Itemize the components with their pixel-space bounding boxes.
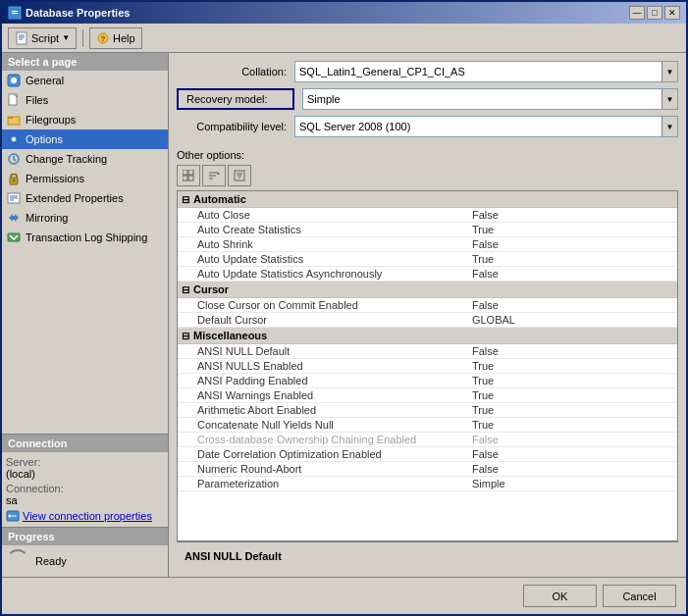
svg-text:?: ? [101,34,106,43]
collation-row: Collation: SQL_Latin1_General_CP1_CI_AS … [177,61,678,82]
option-row[interactable]: Close Cursor on Commit EnabledFalse [178,298,677,313]
sidebar-item-extended-properties[interactable]: Extended Properties [2,188,168,208]
option-row[interactable]: ParameterizationSimple [178,477,677,491]
transaction-log-shipping-icon [6,230,22,245]
ok-button[interactable]: OK [523,585,597,607]
recovery-model-select[interactable]: Simple ▼ [302,88,678,110]
view-connection-icon [6,509,20,523]
option-row[interactable]: Auto Update StatisticsTrue [178,252,677,267]
files-icon [6,92,22,108]
svg-rect-30 [188,176,193,180]
other-options-label: Other options: [177,149,678,161]
sidebar-item-change-tracking[interactable]: Change Tracking [2,149,168,169]
progress-spinner [6,549,29,573]
option-row[interactable]: Auto ShrinkFalse [178,237,677,252]
svg-rect-2 [12,13,18,14]
option-row[interactable]: ANSI NULLS EnabledTrue [178,359,677,374]
sidebar-item-options[interactable]: Options [2,129,168,149]
option-row[interactable]: Auto Update Statistics AsynchronouslyFal… [178,267,677,282]
script-dropdown-arrow: ▼ [62,33,70,42]
option-row[interactable]: Arithmetic Abort EnabledTrue [178,403,677,418]
sidebar-item-mirroring[interactable]: Mirroring [2,208,168,228]
content-panel: Collation: SQL_Latin1_General_CP1_CI_AS … [169,53,686,577]
help-button[interactable]: ? Help [89,27,142,49]
option-row[interactable]: ANSI Warnings EnabledTrue [178,388,677,403]
filegroups-icon [6,112,22,128]
window-title: Database Properties [26,7,130,19]
options-filter-button[interactable] [228,165,251,186]
svg-rect-3 [17,32,26,44]
option-row[interactable]: ANSI NULL DefaultFalse [178,344,677,359]
group-collapse-icon[interactable]: ⊟ [182,194,189,205]
sidebar-item-permissions[interactable]: Permissions [2,169,168,188]
option-row[interactable]: Numeric Round-AbortFalse [178,462,677,477]
option-row[interactable]: Auto Create StatisticsTrue [178,223,677,237]
group-header-automatic: ⊟Automatic [178,191,677,208]
option-row[interactable]: Default CursorGLOBAL [178,313,677,328]
collation-select[interactable]: SQL_Latin1_General_CP1_CI_AS ▼ [294,61,678,82]
help-label: Help [113,32,135,44]
collation-label: Collation: [177,66,294,77]
svg-rect-29 [183,176,187,180]
svg-rect-28 [188,170,193,175]
group-collapse-icon[interactable]: ⊟ [182,331,189,341]
sidebar-items: General Files [2,71,168,434]
server-label: Server: [6,456,164,468]
help-icon: ? [96,31,110,45]
option-row[interactable]: Concatenate Null Yields NullTrue [178,418,677,433]
script-button[interactable]: Script ▼ [8,27,77,49]
filter-icon [234,170,245,181]
script-label: Script [31,32,59,44]
window-icon [8,6,22,20]
sidebar-item-general-label: General [26,75,64,86]
mirroring-icon [6,210,22,226]
cancel-button[interactable]: Cancel [603,585,676,607]
footer: OK Cancel [2,577,686,614]
options-table[interactable]: ⊟AutomaticAuto CloseFalseAuto Create Sta… [177,190,678,541]
sidebar-item-filegroups[interactable]: Filegroups [2,110,168,129]
script-icon [15,31,28,45]
group-collapse-icon[interactable]: ⊟ [182,284,189,295]
option-row[interactable]: Auto CloseFalse [178,208,677,223]
view-connection-link-text: View connection properties [23,510,152,522]
sidebar-item-change-tracking-label: Change Tracking [26,153,107,165]
collation-dropdown-arrow[interactable]: ▼ [662,62,677,81]
sidebar: Select a page General [2,53,169,577]
general-icon [6,73,22,88]
options-grid-button[interactable] [177,165,200,186]
minimize-button[interactable]: — [629,6,645,20]
sidebar-item-options-label: Options [26,133,63,145]
sidebar-item-general[interactable]: General [2,71,168,90]
recovery-model-row: Recovery model: Simple ▼ [177,88,678,110]
recovery-model-dropdown-arrow[interactable]: ▼ [662,89,677,109]
svg-rect-27 [183,170,187,175]
connection-header: Connection [2,435,168,452]
connection-section: Connection Server: (local) Connection: s… [2,434,168,527]
option-row[interactable]: ANSI Padding EnabledTrue [178,374,677,388]
option-row[interactable]: Date Correlation Optimization EnabledFal… [178,447,677,462]
collation-value: SQL_Latin1_General_CP1_CI_AS [299,66,465,77]
svg-rect-1 [12,11,18,12]
svg-point-10 [11,77,17,83]
compatibility-dropdown-arrow[interactable]: ▼ [662,117,677,136]
sidebar-item-extended-properties-label: Extended Properties [26,192,124,204]
compatibility-select[interactable]: SQL Server 2008 (100) ▼ [294,116,678,137]
svg-rect-13 [8,117,13,119]
progress-status: Ready [35,555,67,567]
server-value: (local) [6,468,164,480]
progress-header: Progress [2,528,168,545]
extended-properties-icon [6,190,22,206]
options-toolbar [177,165,678,186]
sidebar-item-files[interactable]: Files [2,90,168,110]
sidebar-header: Select a page [2,53,168,71]
sidebar-item-transaction-log-shipping[interactable]: Transaction Log Shipping [2,228,168,247]
maximize-button[interactable]: □ [647,6,662,20]
main-content: Select a page General [2,53,686,577]
close-button[interactable]: ✕ [664,6,680,20]
recovery-model-button[interactable]: Recovery model: [177,88,294,110]
view-connection-link[interactable]: View connection properties [6,509,164,523]
option-row[interactable]: Cross-database Ownership Chaining Enable… [178,433,677,447]
compatibility-label: Compatibility level: [177,121,294,132]
svg-point-15 [12,137,16,141]
options-sort-button[interactable] [202,165,226,186]
